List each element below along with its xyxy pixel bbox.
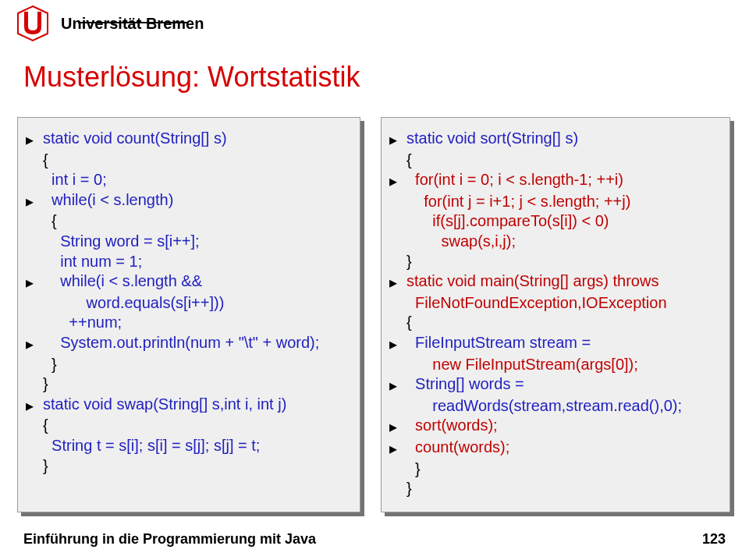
university-logo-icon bbox=[16, 5, 50, 42]
code-text: { bbox=[406, 313, 412, 333]
bullet-icon: ▸ bbox=[26, 271, 43, 293]
bullet-icon bbox=[26, 416, 43, 417]
bullet-icon: ▸ bbox=[389, 271, 406, 293]
code-text: String[] words = bbox=[406, 374, 524, 395]
bullet-icon: ▸ bbox=[26, 129, 43, 151]
code-text: static void count(String[] s) bbox=[43, 129, 227, 149]
bullet-icon: ▸ bbox=[26, 333, 43, 355]
header: Universität Bremen bbox=[16, 5, 204, 42]
bullet-icon bbox=[26, 211, 43, 213]
code-line: { bbox=[389, 151, 722, 171]
bullet-icon bbox=[26, 293, 43, 295]
code-text: new FileInputStream(args[0]); bbox=[406, 355, 638, 375]
code-line: { bbox=[26, 151, 352, 171]
code-text: static void sort(String[] s) bbox=[406, 129, 578, 149]
code-line: } bbox=[26, 355, 352, 375]
code-text: FileInputStream stream = bbox=[406, 333, 591, 353]
code-line: } bbox=[389, 459, 722, 480]
code-line: ▸ for(int i = 0; i < s.length-1; ++i) bbox=[389, 170, 722, 192]
bullet-icon bbox=[389, 192, 406, 193]
footer: Einführung in die Programmierung mit Jav… bbox=[23, 531, 726, 548]
code-text: count(words); bbox=[406, 438, 509, 458]
bullet-icon bbox=[26, 374, 43, 376]
code-text: int num = 1; bbox=[43, 252, 142, 272]
code-text: while(i < s.length && bbox=[43, 271, 202, 292]
code-text: { bbox=[406, 151, 412, 171]
bullet-icon bbox=[26, 170, 43, 172]
code-line: ▸ String[] words = bbox=[389, 374, 722, 396]
code-line: } bbox=[26, 456, 352, 477]
bullet-icon bbox=[389, 479, 406, 480]
bullet-icon: ▸ bbox=[26, 190, 43, 212]
code-line: { bbox=[389, 313, 722, 333]
code-text: FileNotFoundException,IOException bbox=[406, 293, 667, 314]
code-line: ▸static void main(String[] args) throws bbox=[389, 271, 722, 293]
code-line: int i = 0; bbox=[26, 170, 352, 190]
bullet-icon bbox=[26, 151, 43, 152]
code-line: swap(s,i,j); bbox=[389, 232, 722, 252]
code-box-right: ▸static void sort(String[] s){▸ for(int … bbox=[381, 117, 730, 512]
header-divider bbox=[78, 22, 188, 23]
code-box-left: ▸static void count(String[] s){ int i = … bbox=[17, 117, 360, 512]
content-columns: ▸static void count(String[] s){ int i = … bbox=[17, 117, 732, 512]
bullet-icon bbox=[26, 355, 43, 356]
bullet-icon: ▸ bbox=[26, 395, 43, 416]
bullet-icon: ▸ bbox=[389, 129, 406, 151]
bullet-icon bbox=[26, 313, 43, 314]
bullet-icon bbox=[389, 211, 406, 213]
code-line: ▸ while(i < s.length) bbox=[26, 190, 352, 212]
code-line: } bbox=[389, 479, 722, 499]
bullet-icon bbox=[26, 456, 43, 458]
code-line: ++num; bbox=[26, 313, 352, 333]
code-text: readWords(stream,stream.read(),0); bbox=[406, 396, 682, 416]
code-line: ▸static void count(String[] s) bbox=[26, 129, 352, 151]
code-line: ▸ while(i < s.length && bbox=[26, 271, 352, 293]
code-text: static void swap(String[] s,int i, int j… bbox=[43, 395, 286, 415]
code-line: if(s[j].compareTo(s[i]) < 0) bbox=[389, 211, 722, 232]
code-text: } bbox=[406, 459, 421, 480]
code-text: } bbox=[43, 374, 48, 395]
code-line: ▸ count(words); bbox=[389, 438, 722, 459]
bullet-icon bbox=[26, 252, 43, 253]
bullet-icon: ▸ bbox=[389, 438, 406, 459]
code-line: ▸static void swap(String[] s,int i, int … bbox=[26, 395, 352, 416]
university-name: Universität Bremen bbox=[61, 15, 204, 33]
code-line: word.equals(s[i++])) bbox=[26, 293, 352, 314]
code-text: System.out.println(num + "\t" + word); bbox=[43, 333, 319, 353]
code-line: int num = 1; bbox=[26, 252, 352, 272]
code-text: String word = s[i++]; bbox=[43, 232, 200, 252]
code-text: { bbox=[43, 416, 48, 436]
code-text: for(int i = 0; i < s.length-1; ++i) bbox=[406, 170, 623, 190]
code-line: { bbox=[26, 211, 352, 232]
bullet-icon: ▸ bbox=[389, 170, 406, 192]
code-text: } bbox=[406, 252, 412, 272]
code-line: } bbox=[26, 374, 352, 395]
code-line: { bbox=[26, 416, 352, 436]
code-text: ++num; bbox=[43, 313, 122, 333]
code-text: { bbox=[43, 151, 48, 171]
code-line: ▸ System.out.println(num + "\t" + word); bbox=[26, 333, 352, 355]
code-line: ▸ FileInputStream stream = bbox=[389, 333, 722, 355]
bullet-icon bbox=[389, 151, 406, 152]
code-line: ▸static void sort(String[] s) bbox=[389, 129, 722, 151]
bullet-icon bbox=[389, 252, 406, 253]
bullet-icon bbox=[389, 355, 406, 356]
code-text: { bbox=[43, 211, 57, 232]
code-text: } bbox=[43, 355, 57, 375]
bullet-icon bbox=[389, 396, 406, 398]
code-line: FileNotFoundException,IOException bbox=[389, 293, 722, 314]
code-line: String word = s[i++]; bbox=[26, 232, 352, 252]
slide-title: Musterlösung: Wortstatistik bbox=[23, 61, 360, 94]
code-line: for(int j = i+1; j < s.length; ++j) bbox=[389, 192, 722, 212]
bullet-icon: ▸ bbox=[389, 333, 406, 355]
bullet-icon: ▸ bbox=[389, 374, 406, 396]
bullet-icon bbox=[26, 436, 43, 438]
code-text: while(i < s.length) bbox=[43, 190, 173, 211]
code-text: String t = s[i]; s[i] = s[j]; s[j] = t; bbox=[43, 436, 260, 456]
code-line: readWords(stream,stream.read(),0); bbox=[389, 396, 722, 416]
footer-text: Einführung in die Programmierung mit Jav… bbox=[23, 531, 316, 548]
code-text: int i = 0; bbox=[43, 170, 107, 190]
code-text: } bbox=[43, 456, 48, 477]
code-line: ▸ sort(words); bbox=[389, 416, 722, 438]
page-number: 123 bbox=[702, 531, 726, 548]
